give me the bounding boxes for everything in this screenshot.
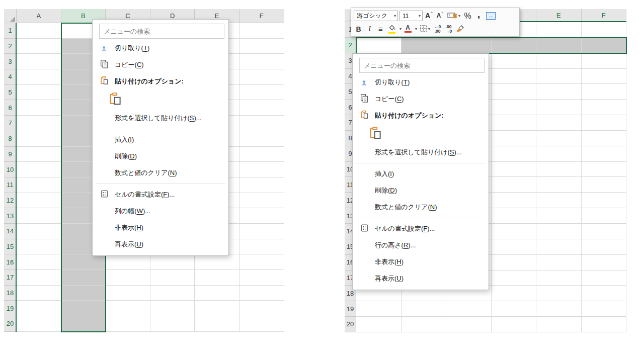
column-header-F[interactable]: F <box>582 9 627 22</box>
column-header-A[interactable]: A <box>17 9 61 23</box>
cell-F1[interactable] <box>239 23 284 39</box>
cell-C17[interactable] <box>106 270 150 286</box>
cell-E6[interactable] <box>536 100 582 115</box>
cell-A5[interactable] <box>17 85 61 101</box>
cell-B19[interactable] <box>61 301 106 316</box>
cell-D14[interactable] <box>492 224 537 239</box>
paste-option-clipboard-button[interactable] <box>93 89 228 110</box>
menu-item-unhide[interactable]: 再表示(U) <box>353 270 489 287</box>
cell-A18[interactable] <box>17 286 61 301</box>
cell-F20[interactable] <box>582 317 627 332</box>
decrease-decimal-button[interactable]: .00 →0 <box>444 24 453 35</box>
cell-E17[interactable] <box>195 270 239 286</box>
row-header-20[interactable]: 20 <box>345 317 356 332</box>
cell-A13[interactable] <box>17 208 61 224</box>
cell-D5[interactable] <box>492 84 537 100</box>
cell-D11[interactable] <box>492 177 537 193</box>
cell-E10[interactable] <box>536 162 582 177</box>
menu-search-input[interactable] <box>359 58 485 73</box>
merge-center-button[interactable]: ↔ <box>485 11 497 22</box>
menu-item-paste-special[interactable]: 形式を選択して貼り付け(S)... <box>353 144 489 160</box>
cell-F7[interactable] <box>239 116 284 131</box>
row-header-4[interactable]: 4 <box>4 69 17 85</box>
cell-F19[interactable] <box>239 301 284 316</box>
cell-D16[interactable] <box>492 255 537 270</box>
cell-D18[interactable] <box>150 286 195 301</box>
cell-E7[interactable] <box>536 115 582 131</box>
cell-F6[interactable] <box>582 100 627 115</box>
cell-F8[interactable] <box>582 131 627 146</box>
cell-A3[interactable] <box>17 54 61 69</box>
cell-A2[interactable] <box>356 38 401 53</box>
cell-C19[interactable] <box>446 301 492 317</box>
paste-option-clipboard-button[interactable] <box>353 124 489 144</box>
cell-E20[interactable] <box>536 317 582 332</box>
cell-F15[interactable] <box>239 239 284 255</box>
cell-A17[interactable] <box>17 270 61 286</box>
cell-F15[interactable] <box>582 239 627 255</box>
font-color-button[interactable]: A <box>403 24 413 35</box>
cell-A19[interactable] <box>17 301 61 316</box>
cell-A14[interactable] <box>17 224 61 239</box>
row-header-5[interactable]: 5 <box>4 85 17 101</box>
cell-F9[interactable] <box>582 146 627 162</box>
cell-A15[interactable] <box>17 239 61 255</box>
cell-E16[interactable] <box>195 254 239 270</box>
accounting-format-button[interactable]: ▾ <box>446 11 461 22</box>
cell-B20[interactable] <box>61 316 106 332</box>
cell-E5[interactable] <box>536 84 582 100</box>
cell-F4[interactable] <box>582 69 627 84</box>
cell-F3[interactable] <box>239 54 284 69</box>
row-header-19[interactable]: 19 <box>345 301 356 317</box>
row-header-12[interactable]: 12 <box>4 193 17 209</box>
borders-button[interactable]: ▾ <box>419 24 431 35</box>
cell-B16[interactable] <box>61 254 106 270</box>
cell-F17[interactable] <box>582 270 627 286</box>
shrink-font-button[interactable]: A ˇ <box>435 11 445 22</box>
cell-A10[interactable] <box>17 162 61 177</box>
cell-D9[interactable] <box>492 146 537 162</box>
cell-F18[interactable] <box>239 286 284 301</box>
percent-style-button[interactable]: % <box>463 11 472 22</box>
cell-F19[interactable] <box>582 301 627 317</box>
cell-F3[interactable] <box>582 53 627 69</box>
cell-A20[interactable] <box>17 316 61 332</box>
cell-E20[interactable] <box>195 316 239 332</box>
menu-search-input[interactable] <box>99 24 224 39</box>
menu-item-cut[interactable]: ✂切り取り(T) <box>353 74 489 90</box>
cell-D16[interactable] <box>150 254 195 270</box>
cell-C19[interactable] <box>106 301 150 316</box>
cell-E16[interactable] <box>536 255 582 270</box>
menu-item-copy[interactable]: コピー(C) <box>353 90 489 107</box>
cell-F11[interactable] <box>239 177 284 193</box>
chevron-down-icon[interactable]: ▾ <box>399 27 401 31</box>
cell-F2[interactable] <box>239 39 284 54</box>
cell-E19[interactable] <box>536 301 582 317</box>
cell-D20[interactable] <box>492 317 537 332</box>
cell-A11[interactable] <box>17 177 61 193</box>
menu-item-insert[interactable]: 挿入(I) <box>353 165 489 182</box>
cell-E13[interactable] <box>536 208 582 224</box>
cell-D17[interactable] <box>492 270 537 286</box>
cell-F16[interactable] <box>239 254 284 270</box>
cell-F18[interactable] <box>582 286 627 301</box>
cell-F10[interactable] <box>239 162 284 177</box>
row-header-10[interactable]: 10 <box>4 162 17 177</box>
cell-D17[interactable] <box>150 270 195 286</box>
cell-D10[interactable] <box>492 162 537 177</box>
cell-C18[interactable] <box>106 286 150 301</box>
cell-C16[interactable] <box>106 254 150 270</box>
menu-item-delete[interactable]: 削除(D) <box>93 148 228 164</box>
cell-B18[interactable] <box>61 286 106 301</box>
menu-item-row-height[interactable]: 行の高さ(R)... <box>353 237 489 253</box>
align-center-button[interactable]: ≡ <box>376 24 385 35</box>
menu-item-delete[interactable]: 削除(D) <box>353 182 489 199</box>
cell-D7[interactable] <box>492 115 537 131</box>
cell-E1[interactable] <box>536 22 582 38</box>
cell-D8[interactable] <box>492 131 537 146</box>
cell-F11[interactable] <box>582 177 627 193</box>
menu-item-format-cells[interactable]: セルの書式設定(F)... <box>353 220 489 237</box>
cell-E18[interactable] <box>536 286 582 301</box>
select-all-corner[interactable] <box>4 9 17 23</box>
row-header-9[interactable]: 9 <box>4 147 17 162</box>
